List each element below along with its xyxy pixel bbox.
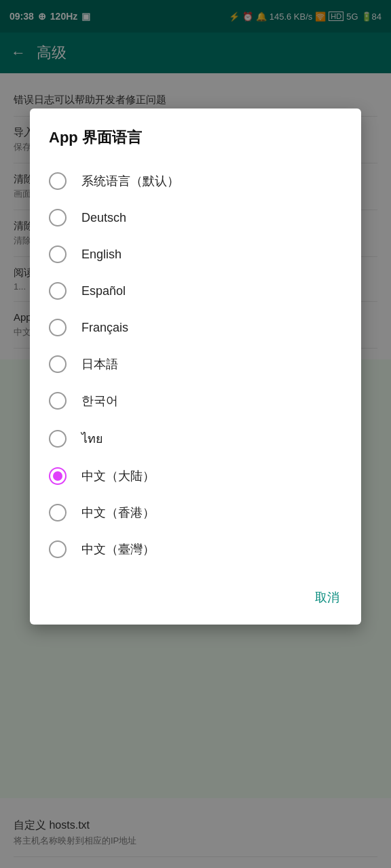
radio-circle-zh-cn [49,467,67,485]
radio-label-system: 系统语言（默认） [81,173,179,189]
dialog-actions: 取消 [49,578,342,611]
radio-label-zh-tw: 中文（臺灣） [81,541,155,557]
radio-circle-fr [49,319,67,336]
radio-circle-ko [49,392,67,410]
language-option-zh-hk[interactable]: 中文（香港） [49,494,342,531]
radio-circle-system [49,172,67,190]
radio-label-ko: 한국어 [81,393,118,409]
language-option-es[interactable]: Español [49,273,342,309]
radio-label-zh-hk: 中文（香港） [81,505,155,521]
radio-circle-de [49,209,67,226]
language-option-th[interactable]: ไทย [49,419,342,458]
language-option-system[interactable]: 系统语言（默认） [49,163,342,199]
language-option-fr[interactable]: Français [49,309,342,346]
radio-label-es: Español [81,284,126,298]
radio-circle-es [49,282,67,300]
language-dialog: App 界面语言 系统语言（默认）DeutschEnglishEspañolFr… [30,108,361,625]
radio-label-fr: Français [81,321,128,335]
language-option-zh-tw[interactable]: 中文（臺灣） [49,531,342,568]
language-option-zh-cn[interactable]: 中文（大陆） [49,458,342,494]
radio-label-zh-cn: 中文（大陆） [81,468,155,484]
radio-circle-zh-hk [49,504,67,521]
language-options-list: 系统语言（默认）DeutschEnglishEspañolFrançais日本語… [49,163,342,568]
radio-label-en: English [81,248,122,262]
language-option-ja[interactable]: 日本語 [49,346,342,382]
radio-circle-en [49,245,67,263]
language-option-en[interactable]: English [49,236,342,273]
radio-label-th: ไทย [81,429,103,448]
language-option-ko[interactable]: 한국어 [49,382,342,419]
language-option-de[interactable]: Deutsch [49,199,342,236]
radio-circle-ja [49,355,67,373]
cancel-button[interactable]: 取消 [312,584,342,611]
radio-circle-zh-tw [49,540,67,558]
radio-label-de: Deutsch [81,211,126,225]
dialog-title: App 界面语言 [49,127,342,148]
radio-label-ja: 日本語 [81,356,118,372]
radio-circle-th [49,430,67,448]
